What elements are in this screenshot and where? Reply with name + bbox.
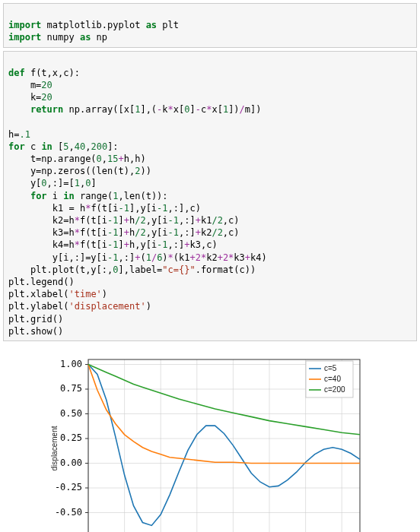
chart-output: 02468101214-0.75-0.50-0.250.000.250.500.… xyxy=(0,344,420,532)
code-block-main: def f(t,x,c): m=20 k=20 return np.array(… xyxy=(3,51,417,341)
svg-text:0.25: 0.25 xyxy=(60,432,82,443)
svg-text:-0.50: -0.50 xyxy=(55,506,82,517)
line-chart: 02468101214-0.75-0.50-0.250.000.250.500.… xyxy=(46,352,374,532)
code-block-imports: import matplotlib.pyplot as plt import n… xyxy=(3,3,417,48)
svg-text:1.00: 1.00 xyxy=(60,358,82,369)
legend-item: c=5 xyxy=(324,364,337,372)
kw-import: import xyxy=(8,20,41,30)
legend-item: c=200 xyxy=(324,385,345,394)
svg-text:0.50: 0.50 xyxy=(60,407,82,418)
svg-text:-0.25: -0.25 xyxy=(55,482,82,492)
y-axis-label: displacement xyxy=(50,426,59,470)
svg-text:0.00: 0.00 xyxy=(60,457,82,467)
legend-item: c=40 xyxy=(324,375,341,383)
svg-text:0.75: 0.75 xyxy=(60,383,82,394)
